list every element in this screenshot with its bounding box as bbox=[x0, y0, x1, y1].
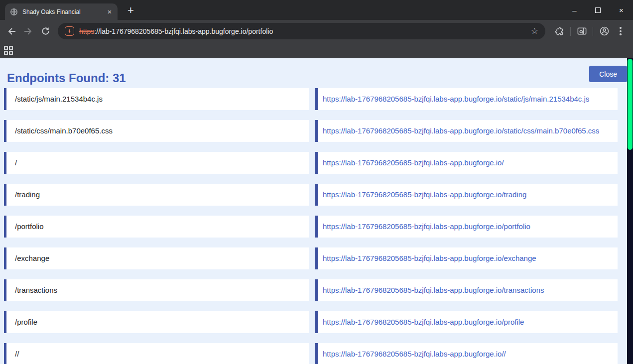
endpoint-url-link[interactable]: https://lab-1767968205685-bzjfqi.labs-ap… bbox=[323, 318, 524, 326]
url-scheme-struck: https bbox=[79, 27, 94, 35]
endpoint-path: /portfolio bbox=[15, 222, 44, 231]
endpoint-path-cell: /profile bbox=[4, 311, 309, 333]
tab-title: Shady Oaks Financial bbox=[22, 8, 105, 15]
browser-toolbar: https://lab-1767968205685-bzjfqi.labs-ap… bbox=[0, 20, 633, 42]
endpoint-url-link[interactable]: https://lab-1767968205685-bzjfqi.labs-ap… bbox=[323, 286, 544, 294]
new-tab-button[interactable]: + bbox=[127, 5, 134, 16]
side-panel-search-button[interactable] bbox=[573, 23, 591, 40]
reload-icon bbox=[41, 26, 50, 36]
endpoint-path: /static/js/main.21534b4c.js bbox=[15, 95, 103, 103]
endpoint-url-link[interactable]: https://lab-1767968205685-bzjfqi.labs-ap… bbox=[323, 254, 536, 262]
puzzle-icon bbox=[554, 26, 564, 36]
apps-grid-icon[interactable] bbox=[4, 46, 13, 55]
endpoint-path-cell: /trading bbox=[4, 184, 309, 206]
back-arrow-icon bbox=[6, 26, 16, 36]
bookmark-star-icon[interactable]: ☆ bbox=[531, 26, 538, 36]
endpoint-path: / bbox=[15, 158, 17, 167]
endpoint-url-cell: https://lab-1767968205685-bzjfqi.labs-ap… bbox=[315, 88, 618, 110]
tab-close-icon[interactable]: × bbox=[105, 7, 115, 17]
endpoint-url-cell: https://lab-1767968205685-bzjfqi.labs-ap… bbox=[315, 279, 618, 301]
endpoint-url-cell: https://lab-1767968205685-bzjfqi.labs-ap… bbox=[315, 152, 618, 174]
extensions-button[interactable] bbox=[550, 23, 568, 40]
back-button[interactable] bbox=[3, 23, 20, 40]
scrollbar-thumb[interactable] bbox=[628, 59, 633, 150]
endpoint-path-cell: /portfolio bbox=[4, 216, 309, 238]
endpoint-path-cell: /static/js/main.21534b4c.js bbox=[4, 88, 309, 110]
profile-icon bbox=[599, 26, 610, 36]
endpoint-url-cell: https://lab-1767968205685-bzjfqi.labs-ap… bbox=[315, 184, 618, 206]
toolbar-divider bbox=[570, 27, 571, 36]
page-content: Endpoints Found: 31 Close /static/js/mai… bbox=[0, 58, 633, 364]
endpoint-path: /static/css/main.b70e0f65.css bbox=[15, 126, 113, 135]
url-text: https://lab-1767968205685-bzjfqi.labs-ap… bbox=[79, 27, 273, 35]
side-panel-search-icon bbox=[577, 26, 587, 36]
endpoint-url-cell: https://lab-1767968205685-bzjfqi.labs-ap… bbox=[315, 247, 618, 269]
endpoint-url-cell: https://lab-1767968205685-bzjfqi.labs-ap… bbox=[315, 311, 618, 333]
maximize-icon bbox=[595, 7, 601, 13]
insecure-bolt-icon[interactable] bbox=[65, 26, 74, 36]
endpoint-url-cell: https://lab-1767968205685-bzjfqi.labs-ap… bbox=[315, 343, 618, 364]
endpoint-path-cell: // bbox=[4, 343, 309, 364]
url-path: ://lab-1767968205685-bzjfqi.labs-app.bug… bbox=[94, 27, 273, 35]
endpoint-url-link[interactable]: https://lab-1767968205685-bzjfqi.labs-ap… bbox=[323, 95, 589, 103]
endpoint-path-cell: /transactions bbox=[4, 279, 309, 301]
endpoint-url-link[interactable]: https://lab-1767968205685-bzjfqi.labs-ap… bbox=[323, 158, 504, 167]
maximize-button[interactable] bbox=[586, 0, 610, 20]
endpoint-path: /exchange bbox=[15, 254, 49, 262]
endpoint-url-link[interactable]: https://lab-1767968205685-bzjfqi.labs-ap… bbox=[323, 190, 526, 199]
endpoint-path-cell: /exchange bbox=[4, 247, 309, 269]
window-controls: – × bbox=[563, 0, 633, 20]
endpoint-url-link[interactable]: https://lab-1767968205685-bzjfqi.labs-ap… bbox=[323, 350, 506, 358]
endpoint-path: /transactions bbox=[15, 286, 57, 294]
window-close-button[interactable]: × bbox=[610, 0, 633, 20]
page-header: Endpoints Found: 31 Close bbox=[0, 58, 633, 88]
endpoint-path-cell: /static/css/main.b70e0f65.css bbox=[4, 120, 309, 142]
toolbar-divider bbox=[593, 27, 593, 36]
browser-titlebar: Shady Oaks Financial × + – × bbox=[0, 0, 633, 20]
profile-button[interactable] bbox=[595, 23, 613, 40]
forward-arrow-icon bbox=[23, 26, 33, 36]
forward-button[interactable] bbox=[20, 23, 37, 40]
endpoint-path: /trading bbox=[15, 190, 40, 199]
minimize-button[interactable]: – bbox=[563, 0, 586, 20]
endpoint-path-cell: / bbox=[4, 152, 309, 174]
endpoint-url-cell: https://lab-1767968205685-bzjfqi.labs-ap… bbox=[315, 216, 618, 238]
endpoint-url-cell: https://lab-1767968205685-bzjfqi.labs-ap… bbox=[315, 120, 618, 142]
endpoint-url-link[interactable]: https://lab-1767968205685-bzjfqi.labs-ap… bbox=[323, 222, 530, 231]
endpoint-grid: /static/js/main.21534b4c.jshttps://lab-1… bbox=[4, 88, 624, 364]
endpoint-path: // bbox=[15, 350, 19, 358]
reload-button[interactable] bbox=[37, 23, 54, 40]
page-title: Endpoints Found: 31 bbox=[7, 71, 126, 85]
endpoint-url-link[interactable]: https://lab-1767968205685-bzjfqi.labs-ap… bbox=[323, 126, 599, 135]
bookmarks-bar bbox=[0, 42, 633, 58]
page-scrollbar[interactable] bbox=[627, 58, 633, 364]
close-button[interactable]: Close bbox=[589, 66, 627, 82]
url-bar[interactable]: https://lab-1767968205685-bzjfqi.labs-ap… bbox=[58, 23, 545, 39]
globe-favicon-icon bbox=[10, 8, 18, 16]
browser-menu-button[interactable] bbox=[613, 23, 628, 40]
endpoint-path: /profile bbox=[15, 318, 37, 326]
browser-tab[interactable]: Shady Oaks Financial × bbox=[5, 3, 118, 20]
